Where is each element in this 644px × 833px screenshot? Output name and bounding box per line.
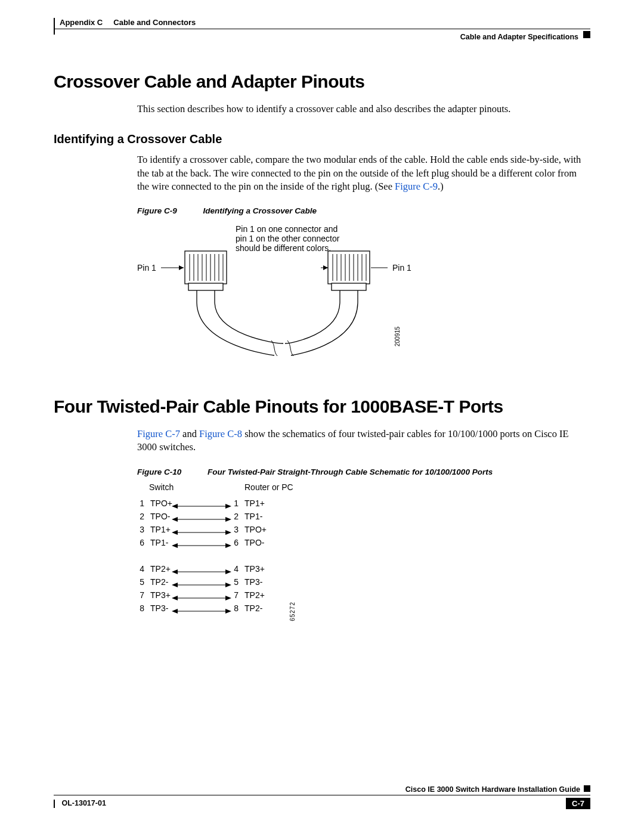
pin-left-number: 5: [137, 577, 147, 587]
pin-left-number: 8: [137, 603, 147, 613]
pinout-rows: 1TPO+1TP1+2TPO-2TP1-3TP1+3TPO+6TP1-6TPO-…: [137, 482, 590, 615]
identifying-paragraph: To identify a crossover cable, compare t…: [137, 153, 590, 193]
pin-left-number: 3: [137, 525, 147, 534]
pin-left-signal: TP1-: [147, 538, 172, 547]
double-arrow-icon: [172, 503, 231, 503]
pin-left-signal: TPO+: [147, 498, 172, 508]
figure-c10: Switch Router or PC 1TPO+1TP1+2TPO-2TP1-…: [137, 482, 590, 615]
figure-c10-caption: Figure C-10 Four Twisted-Pair Straight-T…: [137, 467, 590, 476]
figure-c10-title: Four Twisted-Pair Straight-Through Cable…: [208, 467, 493, 476]
pin-right-signal: TPO-: [241, 538, 266, 547]
svg-marker-29: [172, 517, 178, 522]
running-header-left: Appendix C Cable and Connectors: [60, 18, 196, 27]
pin-left-number: 1: [137, 498, 147, 508]
crossover-cable-diagram: Pin 1 on one connector and pin 1 on the …: [137, 221, 447, 358]
pinout-header-left: Switch: [149, 482, 174, 492]
heading-crossover: Crossover Cable and Adapter Pinouts: [54, 72, 590, 92]
para-text-a: To identify a crossover cable, compare t…: [137, 154, 581, 192]
footer-docno: OL-13017-01: [61, 799, 106, 807]
pin-right-number: 2: [231, 512, 241, 521]
note-line-2: pin 1 on the other connector: [236, 234, 340, 243]
four-tp-paragraph: Figure C-7 and Figure C-8 show the schem…: [137, 428, 590, 454]
figure-c9-artno: 200915: [394, 326, 401, 346]
svg-marker-36: [225, 543, 231, 548]
header-rule: [54, 29, 590, 29]
figure-c8-link[interactable]: Figure C-8: [199, 428, 242, 439]
double-arrow-icon: [172, 516, 231, 516]
pin-right-number: 5: [231, 577, 241, 587]
svg-rect-1: [188, 283, 223, 290]
arrow-right-icon: [323, 265, 328, 270]
svg-marker-42: [225, 583, 231, 587]
pin-right-number: 1: [231, 498, 241, 508]
para-text-b: .): [438, 181, 444, 192]
svg-rect-13: [332, 283, 366, 290]
pin-right-number: 3: [231, 525, 241, 534]
page-footer: Cisco IE 3000 Switch Hardware Installati…: [54, 785, 590, 809]
pinout-row: 6TP1-6TPO-: [137, 536, 590, 549]
pin-left-signal: TP3+: [147, 590, 172, 600]
pin-right-signal: TPO+: [241, 525, 266, 534]
svg-marker-48: [225, 609, 231, 614]
footer-bar-icon: [54, 800, 56, 808]
pin-left-number: 7: [137, 590, 147, 600]
double-arrow-icon: [172, 542, 231, 543]
svg-marker-47: [172, 609, 178, 614]
svg-marker-26: [172, 504, 178, 509]
svg-marker-41: [172, 583, 178, 587]
pin-right-number: 8: [231, 603, 241, 613]
pinout-row: 8TP3-8TP2-: [137, 602, 590, 615]
double-arrow-icon: [172, 594, 231, 595]
svg-marker-32: [172, 530, 178, 535]
page-number-badge: C-7: [566, 798, 590, 809]
page: Appendix C Cable and Connectors Cable an…: [0, 0, 644, 833]
svg-marker-35: [172, 543, 178, 548]
pinout-header-right: Router or PC: [244, 482, 293, 492]
right-connector: [328, 251, 370, 290]
pin-left-number: 6: [137, 538, 147, 547]
svg-rect-12: [328, 251, 370, 284]
pin-left-signal: TPO-: [147, 512, 172, 521]
pin1-right-label: Pin 1: [392, 263, 411, 272]
intro-paragraph: This section describes how to identify a…: [137, 103, 590, 116]
pin-right-signal: TP2+: [241, 590, 266, 600]
para-mid: and: [180, 428, 199, 439]
pin-right-number: 6: [231, 538, 241, 547]
pin-left-signal: TP3-: [147, 603, 172, 613]
double-arrow-icon: [172, 608, 231, 608]
svg-marker-27: [225, 504, 231, 509]
figure-c7-link[interactable]: Figure C-7: [137, 428, 180, 439]
chapter-label: Cable and Connectors: [113, 18, 196, 27]
double-arrow-icon: [172, 581, 231, 582]
header-square-icon: [583, 31, 590, 38]
figure-c9-link[interactable]: Figure C-9: [395, 181, 438, 192]
pinout-row: 4TP2+4TP3+: [137, 562, 590, 575]
pin-right-number: 4: [231, 564, 241, 574]
double-arrow-icon: [172, 529, 231, 529]
note-line-3: should be different colors.: [236, 243, 331, 253]
pinout-row: 1TPO+1TP1+: [137, 497, 590, 510]
footer-rule: [54, 795, 590, 795]
pin-right-signal: TP1-: [241, 512, 266, 521]
header-rule-left: [54, 18, 56, 35]
footer-guide: Cisco IE 3000 Switch Hardware Installati…: [405, 785, 580, 794]
heading-identifying: Identifying a Crossover Cable: [54, 132, 590, 146]
pin-left-signal: TP2-: [147, 577, 172, 587]
double-arrow-icon: [172, 568, 231, 569]
pinout-row: 3TP1+3TPO+: [137, 523, 590, 536]
pin-right-number: 7: [231, 590, 241, 600]
svg-marker-45: [225, 596, 231, 600]
svg-marker-38: [172, 569, 178, 574]
pin-left-signal: TP1+: [147, 525, 172, 534]
pin-left-number: 4: [137, 564, 147, 574]
running-header-right: Cable and Adapter Specifications: [460, 33, 578, 41]
pin1-left-label: Pin 1: [137, 263, 156, 272]
svg-marker-33: [225, 530, 231, 535]
pinout-row: 2TPO-2TP1-: [137, 510, 590, 523]
figure-c9-caption: Figure C-9 Identifying a Crossover Cable: [137, 206, 590, 215]
pin-right-signal: TP3+: [241, 564, 266, 574]
figure-c10-number: Figure C-10: [137, 467, 181, 476]
pin-left-number: 2: [137, 512, 147, 521]
arrow-right-icon: [179, 265, 184, 270]
pinout-row: 5TP2-5TP3-: [137, 575, 590, 589]
